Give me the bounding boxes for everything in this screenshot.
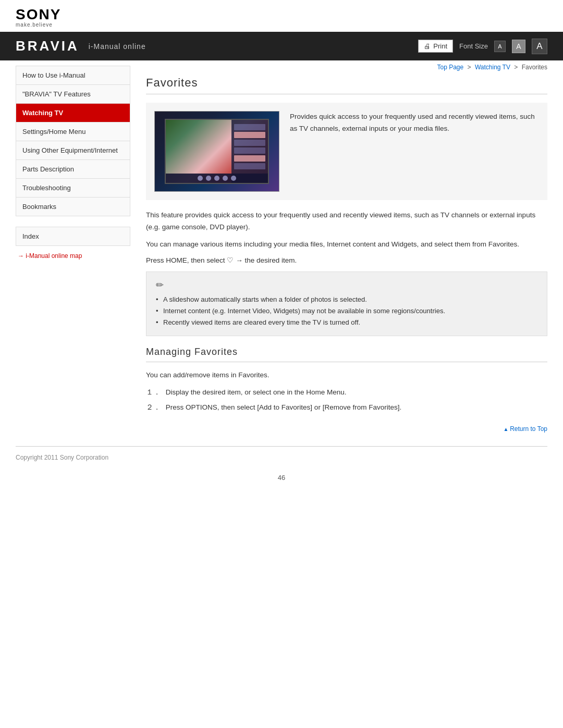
tv-menu-row — [234, 124, 265, 130]
sidebar-map-link[interactable]: i-Manual online map — [16, 252, 130, 260]
tv-bottom-icon — [206, 176, 211, 181]
sony-tagline: make.believe — [16, 22, 53, 28]
note-item-2: Internet content (e.g. Internet Video, W… — [156, 305, 537, 317]
content-area: Top Page > Watching TV > Favorites Favor… — [130, 60, 547, 436]
sidebar-item-parts-desc[interactable]: Parts Description — [16, 159, 130, 178]
footer: Copyright 2011 Sony Corporation — [0, 447, 563, 468]
note-item-3: Recently viewed items are cleared every … — [156, 317, 537, 328]
tv-menu-row — [234, 163, 265, 169]
sidebar-item-watching-tv[interactable]: Watching TV — [16, 103, 130, 122]
press-home-text: Press HOME, then select ♡ → the desired … — [146, 256, 547, 264]
sidebar-divider — [16, 216, 130, 221]
step-num-2: ２． — [146, 403, 161, 411]
sidebar-item-bookmarks[interactable]: Bookmarks — [16, 197, 130, 216]
tv-bottom-icon — [214, 176, 219, 181]
intro-text: Provides quick access to your frequently… — [290, 111, 539, 192]
sidebar-item-settings-home[interactable]: Settings/Home Menu — [16, 122, 130, 141]
tv-bottom-icon — [231, 176, 236, 181]
return-to-top-link[interactable]: Return to Top — [503, 425, 547, 433]
font-large-button[interactable]: A — [532, 39, 547, 54]
section2-body: You can add/remove items in Favorites. — [146, 369, 547, 381]
breadcrumb-current: Favorites — [522, 64, 547, 71]
return-top-container: Return to Top — [146, 424, 547, 433]
print-button[interactable]: 🖨 Print — [418, 40, 453, 53]
font-small-button[interactable]: A — [494, 41, 506, 52]
section2-title: Managing Favorites — [146, 347, 547, 357]
sony-name: SONY — [16, 7, 61, 22]
step-1-text: Display the desired item, or select one … — [166, 388, 347, 396]
note-box: ✏ A slideshow automatically starts when … — [146, 272, 547, 336]
sidebar-index[interactable]: Index — [16, 227, 130, 246]
page-number: 46 — [0, 468, 563, 492]
sidebar-item-how-to-use[interactable]: How to Use i-Manual — [16, 66, 130, 84]
body-text-2: You can manage various items including y… — [146, 239, 547, 251]
bravia-logo: BRAVIA i-Manual online — [16, 38, 146, 54]
tv-bottom-icon — [198, 176, 203, 181]
main-layout: How to Use i-Manual "BRAVIA" TV Features… — [0, 60, 563, 446]
note-list: A slideshow automatically starts when a … — [156, 294, 537, 328]
press-home-suffix: → the desired item. — [236, 256, 297, 264]
step-1: １． Display the desired item, or select o… — [146, 387, 547, 399]
heart-icon: ♡ — [227, 256, 236, 264]
intro-section: Provides quick access to your frequently… — [146, 103, 547, 200]
breadcrumb-watching[interactable]: Watching TV — [475, 64, 510, 71]
tv-menu-row — [234, 140, 265, 146]
step-2-text: Press OPTIONS, then select [Add to Favor… — [166, 403, 401, 411]
press-home-prefix: Press HOME, then select — [146, 256, 225, 264]
copyright: Copyright 2011 Sony Corporation — [16, 454, 108, 461]
font-size-label: Font Size — [459, 42, 488, 50]
section-divider — [146, 362, 547, 362]
tv-bottom-icon — [223, 176, 228, 181]
title-divider — [146, 94, 547, 94]
tv-menu-row-selected — [234, 132, 265, 138]
breadcrumb-top[interactable]: Top Page — [437, 64, 463, 71]
sidebar-item-bravia-features[interactable]: "BRAVIA" TV Features — [16, 84, 130, 103]
tv-bottom-bar — [166, 174, 268, 183]
note-icon: ✏ — [156, 279, 537, 291]
note-item-1: A slideshow automatically starts when a … — [156, 294, 537, 305]
sidebar: How to Use i-Manual "BRAVIA" TV Features… — [16, 60, 130, 436]
page-title: Favorites — [146, 76, 547, 90]
sidebar-item-using-other[interactable]: Using Other Equipment/Internet — [16, 141, 130, 159]
top-bar: BRAVIA i-Manual online 🖨 Print Font Size… — [0, 32, 563, 60]
print-label: Print — [433, 42, 447, 50]
font-medium-button[interactable]: A — [512, 40, 525, 53]
sony-logo: SONY make.believe — [16, 7, 61, 28]
sidebar-item-troubleshooting[interactable]: Troubleshooting — [16, 178, 130, 197]
imanual-subtitle: i-Manual online — [89, 42, 146, 51]
breadcrumb: Top Page > Watching TV > Favorites — [146, 60, 547, 71]
tv-image — [154, 111, 279, 192]
body-text-1: This feature provides quick access to yo… — [146, 209, 547, 233]
step-num-1: １． — [146, 388, 161, 396]
breadcrumb-sep2: > — [514, 64, 518, 71]
tv-menu-row-selected — [234, 155, 265, 162]
print-icon: 🖨 — [424, 42, 431, 50]
tv-screen — [165, 119, 269, 184]
header-right: 🖨 Print Font Size A A A — [418, 39, 547, 54]
tv-menu-row — [234, 147, 265, 154]
step-2: ２． Press OPTIONS, then select [Add to Fa… — [146, 402, 547, 414]
bravia-brand: BRAVIA — [16, 38, 79, 54]
breadcrumb-sep1: > — [468, 64, 471, 71]
step-list: １． Display the desired item, or select o… — [146, 387, 547, 414]
sony-header: SONY make.believe — [0, 0, 563, 32]
